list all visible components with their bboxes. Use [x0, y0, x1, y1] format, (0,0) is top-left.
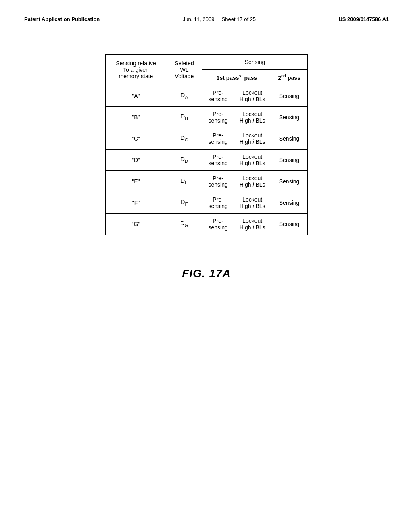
voltage-e: DE	[166, 170, 202, 192]
second-pass-b: Sensing	[271, 106, 307, 128]
table-row: "E" DE Pre-sensing LockoutHigh i BLs Sen…	[106, 170, 307, 192]
page-header: Patent Application Publication Jun. 11, …	[24, 16, 389, 22]
lockout-b: LockoutHigh i BLs	[234, 106, 271, 128]
table-container: Sensing relative To a given memory state…	[24, 54, 389, 235]
pre-sensing-f: Pre-sensing	[202, 192, 234, 213]
second-pass-a: Sensing	[271, 85, 307, 106]
header-patent-number: US 2009/0147586 A1	[338, 16, 389, 22]
second-pass-d: Sensing	[271, 149, 307, 170]
state-e: "E"	[106, 170, 166, 192]
lockout-e: LockoutHigh i BLs	[234, 170, 271, 192]
col-header-sensing: Sensing	[202, 55, 307, 70]
header-row-main: Sensing relative To a given memory state…	[106, 55, 307, 70]
sensing-table: Sensing relative To a given memory state…	[105, 54, 307, 235]
header-publication-label: Patent Application Publication	[24, 16, 100, 22]
state-g: "G"	[106, 213, 166, 235]
voltage-b: DB	[166, 106, 202, 128]
voltage-a: DA	[166, 85, 202, 106]
table-row: "B" DB Pre-sensing LockoutHigh i BLs Sen…	[106, 106, 307, 128]
second-pass-f: Sensing	[271, 192, 307, 213]
voltage-g: DG	[166, 213, 202, 235]
table-row: "A" DA Pre-sensing LockoutHigh i BLs Sen…	[106, 85, 307, 106]
figure-caption: FIG. 17A	[24, 267, 389, 280]
second-pass-c: Sensing	[271, 128, 307, 149]
state-d: "D"	[106, 149, 166, 170]
voltage-f: DF	[166, 192, 202, 213]
voltage-c: DC	[166, 128, 202, 149]
header-date: Jun. 11, 2009	[183, 16, 215, 22]
col-header-sensing-relative: Sensing relative To a given memory state	[106, 55, 166, 85]
table-body: "A" DA Pre-sensing LockoutHigh i BLs Sen…	[106, 85, 307, 235]
state-f: "F"	[106, 192, 166, 213]
table-row: "D" DD Pre-sensing LockoutHigh i BLs Sen…	[106, 149, 307, 170]
state-b: "B"	[106, 106, 166, 128]
pre-sensing-a: Pre-sensing	[202, 85, 234, 106]
lockout-d: LockoutHigh i BLs	[234, 149, 271, 170]
header-sheet: Sheet 17 of 25	[222, 16, 256, 22]
col-header-second-pass: 2nd pass	[271, 70, 307, 85]
pre-sensing-c: Pre-sensing	[202, 128, 234, 149]
pre-sensing-e: Pre-sensing	[202, 170, 234, 192]
state-a: "A"	[106, 85, 166, 106]
table-row: "C" DC Pre-sensing LockoutHigh i BLs Sen…	[106, 128, 307, 149]
lockout-c: LockoutHigh i BLs	[234, 128, 271, 149]
pre-sensing-g: Pre-sensing	[202, 213, 234, 235]
second-pass-g: Sensing	[271, 213, 307, 235]
table-row: "F" DF Pre-sensing LockoutHigh i BLs Sen…	[106, 192, 307, 213]
pre-sensing-b: Pre-sensing	[202, 106, 234, 128]
page: Patent Application Publication Jun. 11, …	[0, 0, 413, 532]
lockout-f: LockoutHigh i BLs	[234, 192, 271, 213]
second-pass-e: Sensing	[271, 170, 307, 192]
header-date-sheet: Jun. 11, 2009 Sheet 17 of 25	[183, 16, 256, 22]
col-header-first-pass: 1st passst pass	[202, 70, 271, 85]
state-c: "C"	[106, 128, 166, 149]
pre-sensing-d: Pre-sensing	[202, 149, 234, 170]
lockout-a: LockoutHigh i BLs	[234, 85, 271, 106]
voltage-d: DD	[166, 149, 202, 170]
lockout-g: LockoutHigh i BLs	[234, 213, 271, 235]
table-row: "G" DG Pre-sensing LockoutHigh i BLs Sen…	[106, 213, 307, 235]
col-header-selected-wl: Seleted WL Voltage	[166, 55, 202, 85]
